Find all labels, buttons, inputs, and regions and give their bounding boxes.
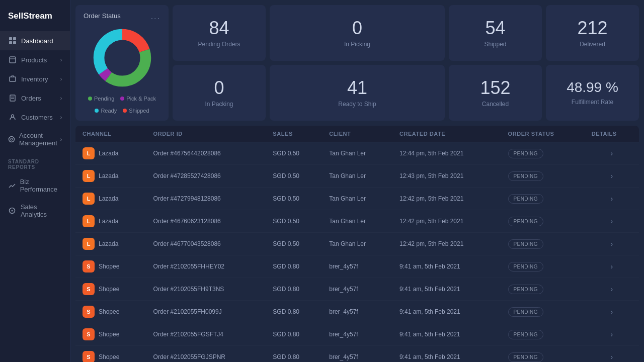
cell-client: brer_4y57f: [322, 323, 392, 346]
table-row: L Lazada Order #46756442028086 SGD 0.50 …: [75, 142, 639, 165]
channel-name: Lazada: [99, 218, 118, 225]
shopee-channel-icon: S: [83, 328, 95, 340]
fulfillment-rate-label: Fulfillment Rate: [572, 99, 613, 106]
sidebar-item-label: Customers: [21, 114, 53, 121]
stat-card-delivered: 212 Delivered: [546, 5, 639, 61]
in-picking-value: 0: [352, 18, 362, 38]
status-badge: PENDING: [508, 217, 543, 226]
reports-section-label: STANDARD REPORTS: [0, 152, 70, 173]
sidebar-item-account-management[interactable]: Account Management ›: [0, 127, 70, 152]
channel-name: Shopee: [99, 353, 119, 360]
col-order-status: ORDER STATUS: [501, 126, 585, 142]
cell-client: Tan Ghan Ler: [322, 142, 392, 165]
cell-order-status: PENDING: [501, 210, 585, 233]
legend-pick-pack: Pick & Pack: [120, 96, 156, 102]
stats-grid: 84 Pending Orders 0 In Picking Order Sta…: [70, 0, 644, 126]
sidebar-item-inventory[interactable]: Inventory ›: [0, 69, 70, 88]
table-row: S Shopee Order #2102055FGSFTJ4 SGD 0.80 …: [75, 323, 639, 346]
cell-client: brer_4y57f: [322, 255, 392, 278]
dashboard-icon: [8, 36, 17, 45]
order-status-header: Order Status ...: [84, 12, 160, 21]
cell-details[interactable]: ›: [585, 278, 639, 301]
sidebar-item-orders[interactable]: Orders ›: [0, 88, 70, 108]
cell-order-id: Order #46760623128086: [146, 210, 266, 233]
svg-point-14: [12, 210, 13, 212]
lazada-channel-icon: L: [83, 238, 95, 250]
legend-dot-shipped: [123, 109, 127, 113]
sidebar-item-products[interactable]: Products ›: [0, 50, 70, 69]
cancelled-label: Cancelled: [482, 101, 509, 108]
status-badge: PENDING: [508, 285, 543, 294]
channel-name: Shopee: [99, 331, 119, 338]
legend-dot-pending: [88, 97, 92, 101]
channel-name: Lazada: [99, 172, 118, 179]
expand-row-button[interactable]: ›: [610, 195, 613, 203]
stat-card-fulfillment-rate: 48.99 % Fulfillment Rate: [546, 65, 639, 121]
sidebar-item-sales-analytics[interactable]: Sales Analytics: [0, 198, 70, 223]
expand-row-button[interactable]: ›: [610, 330, 613, 338]
order-status-menu[interactable]: ...: [151, 12, 160, 21]
sidebar-item-biz-performance[interactable]: Biz Performance: [0, 173, 70, 198]
orders-icon: [8, 94, 17, 103]
cell-details[interactable]: ›: [585, 323, 639, 346]
cell-order-id: Order #46770043528086: [146, 233, 266, 255]
expand-row-button[interactable]: ›: [610, 353, 613, 361]
svg-rect-2: [9, 41, 12, 44]
cell-channel: L Lazada: [75, 188, 146, 210]
delivered-label: Delivered: [580, 41, 605, 48]
channel-name: Lazada: [99, 150, 118, 157]
cell-order-status: PENDING: [501, 278, 585, 301]
col-sales: SALES: [266, 126, 322, 142]
order-status-card: Order Status ...: [75, 5, 169, 121]
cell-client: brer_4y57f: [322, 301, 392, 323]
shopee-channel-icon: S: [83, 351, 95, 362]
expand-row-button[interactable]: ›: [610, 240, 613, 248]
cell-channel: L Lazada: [75, 233, 146, 255]
shipped-label: Shipped: [484, 41, 506, 48]
stat-card-ready-to-ship: 41 Ready to Ship: [270, 65, 445, 121]
cell-details[interactable]: ›: [585, 142, 639, 165]
shipped-value: 54: [485, 18, 505, 38]
sidebar-item-label: Biz Performance: [20, 178, 62, 193]
cell-details[interactable]: ›: [585, 255, 639, 278]
cell-created-date: 9:41 am, 5th Feb 2021: [392, 278, 501, 301]
cell-details[interactable]: ›: [585, 165, 639, 188]
cell-details[interactable]: ›: [585, 346, 639, 363]
cell-order-status: PENDING: [501, 188, 585, 210]
expand-row-button[interactable]: ›: [610, 285, 613, 293]
cell-details[interactable]: ›: [585, 233, 639, 255]
sales-analytics-icon: [8, 206, 17, 215]
chevron-right-icon: ›: [60, 57, 62, 63]
expand-row-button[interactable]: ›: [610, 172, 613, 180]
sidebar-item-label: Orders: [21, 95, 41, 102]
inventory-icon: [8, 74, 17, 83]
cell-details[interactable]: ›: [585, 188, 639, 210]
status-badge: PENDING: [508, 149, 543, 158]
cell-created-date: 12:44 pm, 5th Feb 2021: [392, 142, 501, 165]
cell-sales: SGD 0.80: [266, 278, 322, 301]
cell-created-date: 9:41 am, 5th Feb 2021: [392, 255, 501, 278]
svg-point-12: [11, 138, 13, 140]
shopee-channel-icon: S: [83, 283, 95, 295]
cell-channel: L Lazada: [75, 142, 146, 165]
cell-sales: SGD 0.50: [266, 188, 322, 210]
expand-row-button[interactable]: ›: [610, 149, 613, 157]
legend-ready: Ready: [95, 108, 117, 114]
cell-order-status: PENDING: [501, 233, 585, 255]
cell-details[interactable]: ›: [585, 301, 639, 323]
sidebar-item-dashboard[interactable]: Dashboard: [0, 31, 70, 50]
sidebar-item-customers[interactable]: Customers ›: [0, 108, 70, 127]
expand-row-button[interactable]: ›: [610, 262, 613, 270]
pending-orders-value: 84: [209, 18, 229, 38]
expand-row-button[interactable]: ›: [610, 308, 613, 316]
expand-row-button[interactable]: ›: [610, 217, 613, 225]
shopee-channel-icon: S: [83, 306, 95, 318]
table-row: S Shopee Order #2102055FH0099J SGD 0.80 …: [75, 301, 639, 323]
col-order-id: ORDER ID: [146, 126, 266, 142]
stat-card-pending-orders: 84 Pending Orders: [173, 5, 266, 61]
table-row: L Lazada Order #46770043528086 SGD 0.50 …: [75, 233, 639, 255]
cell-order-id: Order #2102055FGSFTJ4: [146, 323, 266, 346]
cell-details[interactable]: ›: [585, 210, 639, 233]
legend-pending: Pending: [88, 96, 114, 102]
status-badge: PENDING: [508, 239, 543, 249]
